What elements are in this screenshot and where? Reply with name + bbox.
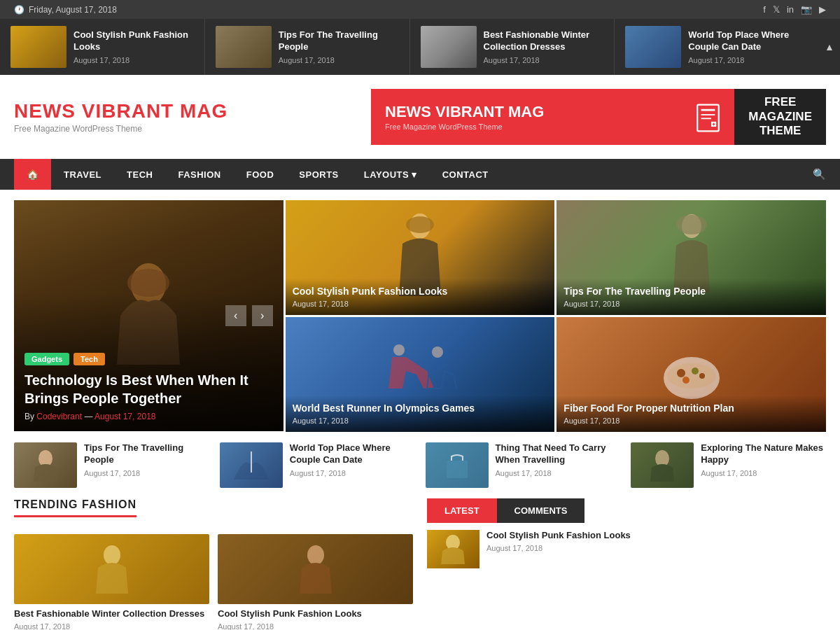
nav-contact[interactable]: CONTACT xyxy=(430,160,501,190)
featured-side-bottom-left[interactable]: World Best Runner In Olympics Games Augu… xyxy=(286,317,555,432)
featured-overlay: Gadgets Tech Technology Is Best When Whe… xyxy=(14,342,284,432)
nav-sports[interactable]: SPORTS xyxy=(286,160,351,190)
side-date: August 17, 2018 xyxy=(293,416,548,425)
svg-point-8 xyxy=(127,269,169,297)
small-thumb-img xyxy=(24,448,66,483)
side-overlay: World Best Runner In Olympics Games Augu… xyxy=(286,396,555,432)
tab-latest[interactable]: LATEST xyxy=(427,498,497,523)
small-title: Tips For The Travelling People xyxy=(84,442,209,466)
youtube-icon[interactable]: ▶ xyxy=(819,4,826,15)
ticker-date: August 17, 2018 xyxy=(484,56,604,64)
side-title: Tips For The Travelling People xyxy=(564,286,819,297)
side-overlay: Fiber Food For Proper Nutrition Plan Aug… xyxy=(556,396,826,432)
ticker-thumb xyxy=(625,26,681,68)
latest-tabs: LATEST COMMENTS xyxy=(427,498,826,523)
linkedin-icon[interactable]: in xyxy=(787,4,794,15)
small-thumb xyxy=(220,442,283,488)
small-info: Tips For The Travelling People August 17… xyxy=(84,442,209,477)
small-date: August 17, 2018 xyxy=(290,469,415,477)
trending-section-header: TRENDING FASHION xyxy=(14,498,136,517)
main-navigation: 🏠 TRAVEL TECH FASHION FOOD SPORTS LAYOUT… xyxy=(0,159,840,190)
side-title: Fiber Food For Proper Nutrition Plan xyxy=(564,402,819,414)
dropdown-icon: ▾ xyxy=(412,169,417,180)
trending-date: August 17, 2018 xyxy=(14,622,209,630)
trending-items: Best Fashionable Winter Collection Dress… xyxy=(14,534,413,630)
svg-point-13 xyxy=(393,344,405,356)
instagram-icon[interactable]: 📷 xyxy=(801,4,812,15)
featured-side-bottom-right[interactable]: Fiber Food For Proper Nutrition Plan Aug… xyxy=(556,317,826,432)
ticker-bar: Cool Stylish Punk Fashion Looks August 1… xyxy=(0,19,840,75)
featured-side-top-right[interactable]: Tips For The Travelling People August 17… xyxy=(556,200,826,315)
ad-subtitle: Free Magazine WordPress Theme xyxy=(385,122,503,131)
trending-item[interactable]: Cool Stylish Punk Fashion Looks August 1… xyxy=(218,534,413,630)
trending-date: August 17, 2018 xyxy=(218,622,413,630)
site-logo[interactable]: NEWS VIBRANT MAG Free Magazine WordPress… xyxy=(14,100,227,134)
small-news-item[interactable]: Tips For The Travelling People August 17… xyxy=(14,442,209,488)
ticker-info: Best Fashionable Winter Collection Dress… xyxy=(484,29,604,64)
small-thumb-img xyxy=(436,448,478,483)
nav-search-button[interactable]: 🔍 xyxy=(813,168,826,181)
nav-layouts[interactable]: LAYOUTS ▾ xyxy=(351,160,430,190)
home-icon: 🏠 xyxy=(27,169,38,180)
small-info: World Top Place Where Couple Can Date Au… xyxy=(290,442,415,477)
nav-fashion[interactable]: FASHION xyxy=(165,160,233,190)
ad-red-section: NEWS VIBRANT MAG Free Magazine WordPress… xyxy=(371,89,682,145)
trending-title: Cool Stylish Punk Fashion Looks xyxy=(218,608,413,620)
latest-item[interactable]: Cool Stylish Punk Fashion Looks August 1… xyxy=(427,530,826,568)
twitter-icon[interactable]: 𝕏 xyxy=(773,4,780,15)
small-thumb-img xyxy=(641,448,683,483)
latest-section: LATEST COMMENTS Cool Stylish Punk Fashio… xyxy=(427,498,826,630)
prev-arrow[interactable]: ‹ xyxy=(225,305,246,326)
trending-item[interactable]: Best Fashionable Winter Collection Dress… xyxy=(14,534,209,630)
featured-date: August 17, 2018 xyxy=(94,412,155,421)
nav-travel[interactable]: TRAVEL xyxy=(51,160,114,190)
nav-tech[interactable]: TECH xyxy=(114,160,165,190)
svg-point-17 xyxy=(677,369,685,377)
svg-rect-23 xyxy=(447,461,468,478)
svg-point-10 xyxy=(406,216,434,233)
nav-items-list: TRAVEL TECH FASHION FOOD SPORTS LAYOUTS … xyxy=(51,160,501,190)
facebook-icon[interactable]: f xyxy=(763,4,766,15)
ticker-item[interactable]: Best Fashionable Winter Collection Dress… xyxy=(410,19,615,75)
ad-icon-area xyxy=(682,89,734,145)
ticker-date: August 17, 2018 xyxy=(688,56,808,64)
ticker-thumb xyxy=(421,26,477,68)
small-news-item[interactable]: World Top Place Where Couple Can Date Au… xyxy=(220,442,415,488)
small-thumb xyxy=(14,442,77,488)
side-title: Cool Stylish Punk Fashion Looks xyxy=(293,286,548,297)
date-display: 🕐 Friday, August 17, 2018 xyxy=(14,5,117,15)
trending-img-2 xyxy=(288,541,344,597)
featured-main-article[interactable]: ‹ › Gadgets Tech Technology Is Best When… xyxy=(14,200,284,432)
small-news-item[interactable]: Thing That Need To Carry When Travelling… xyxy=(426,442,621,488)
svg-point-19 xyxy=(699,373,705,379)
nav-home-button[interactable]: 🏠 xyxy=(14,159,51,190)
ticker-title: Best Fashionable Winter Collection Dress… xyxy=(484,29,604,53)
ticker-item[interactable]: Cool Stylish Punk Fashion Looks August 1… xyxy=(0,19,205,75)
ticker-collapse-button[interactable]: ▲ xyxy=(819,19,840,75)
latest-title: Cool Stylish Punk Fashion Looks xyxy=(486,530,826,542)
svg-point-18 xyxy=(692,368,699,374)
ticker-thumb xyxy=(216,26,272,68)
next-arrow[interactable]: › xyxy=(252,305,273,326)
ticker-item[interactable]: Tips For The Travelling People August 17… xyxy=(205,19,410,75)
tab-comments[interactable]: COMMENTS xyxy=(497,498,585,523)
nav-food[interactable]: FOOD xyxy=(234,160,287,190)
tag-tech[interactable]: Tech xyxy=(74,353,105,365)
svg-point-16 xyxy=(667,363,716,388)
logo-text: NEWS VIBRANT MAG xyxy=(14,100,227,122)
featured-side-top-left[interactable]: Cool Stylish Punk Fashion Looks August 1… xyxy=(286,200,555,315)
logo-main: NEWS VIBRANT xyxy=(14,100,180,122)
svg-point-26 xyxy=(307,545,324,565)
ad-free-label: FREEMAGAZINETHEME xyxy=(734,89,826,145)
logo-accent: MAG xyxy=(180,100,227,122)
chevron-up-icon: ▲ xyxy=(825,41,834,52)
latest-thumb-img xyxy=(434,533,472,565)
ticker-info: Tips For The Travelling People August 17… xyxy=(279,29,399,64)
small-news-item[interactable]: Exploring The Nature Makes Happy August … xyxy=(631,442,826,488)
ticker-item[interactable]: World Top Place Where Couple Can Date Au… xyxy=(615,19,819,75)
tag-gadgets[interactable]: Gadgets xyxy=(24,353,69,365)
site-header: NEWS VIBRANT MAG Free Magazine WordPress… xyxy=(0,75,840,159)
svg-point-20 xyxy=(682,377,690,384)
ticker-thumb xyxy=(10,26,66,68)
small-date: August 17, 2018 xyxy=(496,469,621,477)
